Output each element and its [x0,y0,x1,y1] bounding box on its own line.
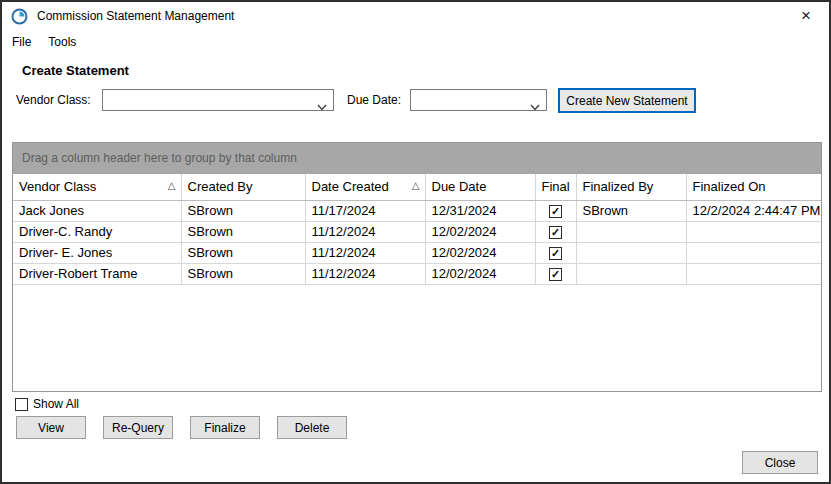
column-header-finalized-on[interactable]: Finalized On [686,174,821,200]
column-header-label: Vendor Class [19,179,96,194]
cell: Driver-C. Randy [13,221,181,242]
close-button[interactable]: Close [742,451,818,474]
vendor-class-label: Vendor Class: [16,93,91,107]
cell: 12/2/2024 2:44:47 PM [686,200,821,221]
menu-tools[interactable]: Tools [48,35,76,49]
cell: SBrown [181,200,305,221]
column-header-label: Final [542,179,570,194]
cell: 11/12/2024 [305,221,425,242]
table-row[interactable]: Driver-Robert TrameSBrown11/12/202412/02… [13,263,821,284]
titlebar: Commission Statement Management × [2,2,829,30]
cell: 12/02/2024 [425,242,535,263]
final-cell: ✓ [535,200,576,221]
menu-file[interactable]: File [12,35,31,49]
table-row[interactable]: Driver-C. RandySBrown11/12/202412/02/202… [13,221,821,242]
cell: Driver- E. Jones [13,242,181,263]
statements-table: Vendor Class△Created ByDate Created△Due … [13,174,821,285]
cell [686,221,821,242]
cell [576,242,686,263]
create-new-statement-button[interactable]: Create New Statement [558,88,696,113]
close-icon[interactable]: × [795,5,817,27]
cell [686,263,821,284]
column-header-created-by[interactable]: Created By [181,174,305,200]
view-button[interactable]: View [16,416,86,439]
cell: 11/12/2024 [305,242,425,263]
create-statement-heading: Create Statement [22,63,129,78]
delete-button[interactable]: Delete [277,416,347,439]
due-date-label: Due Date: [347,93,401,107]
final-checkbox[interactable]: ✓ [549,205,562,218]
column-header-date-created[interactable]: Date Created△ [305,174,425,200]
cell: 12/02/2024 [425,221,535,242]
vendor-class-combobox[interactable] [102,89,334,111]
cell: SBrown [181,242,305,263]
column-header-label: Date Created [312,179,389,194]
cell: 11/12/2024 [305,263,425,284]
action-buttons: View Re-Query Finalize Delete [16,416,347,439]
column-header-due-date[interactable]: Due Date [425,174,535,200]
cell: Jack Jones [13,200,181,221]
grid-header-row: Vendor Class△Created ByDate Created△Due … [13,174,821,200]
chevron-down-icon [317,97,327,104]
cell: 12/02/2024 [425,263,535,284]
column-header-final[interactable]: Final [535,174,576,200]
final-checkbox[interactable]: ✓ [549,268,562,281]
finalize-button[interactable]: Finalize [190,416,260,439]
commission-statement-window: Commission Statement Management × File T… [0,0,831,484]
final-cell: ✓ [535,221,576,242]
chevron-down-icon [530,97,540,104]
cell [576,221,686,242]
grid-body: Jack JonesSBrown11/17/202412/31/2024✓SBr… [13,200,821,284]
cell: SBrown [181,221,305,242]
column-header-label: Due Date [432,179,487,194]
final-checkbox[interactable]: ✓ [549,226,562,239]
cell: 12/31/2024 [425,200,535,221]
window-title: Commission Statement Management [37,9,234,23]
final-cell: ✓ [535,263,576,284]
final-cell: ✓ [535,242,576,263]
table-row[interactable]: Jack JonesSBrown11/17/202412/31/2024✓SBr… [13,200,821,221]
show-all-label: Show All [33,397,79,411]
show-all-option[interactable]: Show All [15,397,79,411]
requery-button[interactable]: Re-Query [103,416,173,439]
create-statement-form: Vendor Class: Due Date: Create New State… [2,88,829,114]
column-header-vendor-class[interactable]: Vendor Class△ [13,174,181,200]
table-row[interactable]: Driver- E. JonesSBrown11/12/202412/02/20… [13,242,821,263]
cell: 11/17/2024 [305,200,425,221]
column-header-label: Finalized On [693,179,766,194]
group-by-band: Drag a column header here to group by th… [13,143,821,174]
sort-ascending-icon: △ [412,180,420,191]
column-header-finalized-by[interactable]: Finalized By [576,174,686,200]
column-header-label: Finalized By [583,179,654,194]
sort-ascending-icon: △ [168,180,176,191]
final-checkbox[interactable]: ✓ [549,247,562,260]
cell: Driver-Robert Trame [13,263,181,284]
cell [686,242,821,263]
cell [576,263,686,284]
show-all-checkbox[interactable] [15,398,28,411]
cell: SBrown [576,200,686,221]
due-date-combobox[interactable] [410,89,547,111]
menubar: File Tools [2,30,829,53]
statements-grid: Drag a column header here to group by th… [12,142,822,392]
cell: SBrown [181,263,305,284]
column-header-label: Created By [188,179,253,194]
app-icon [11,8,28,25]
